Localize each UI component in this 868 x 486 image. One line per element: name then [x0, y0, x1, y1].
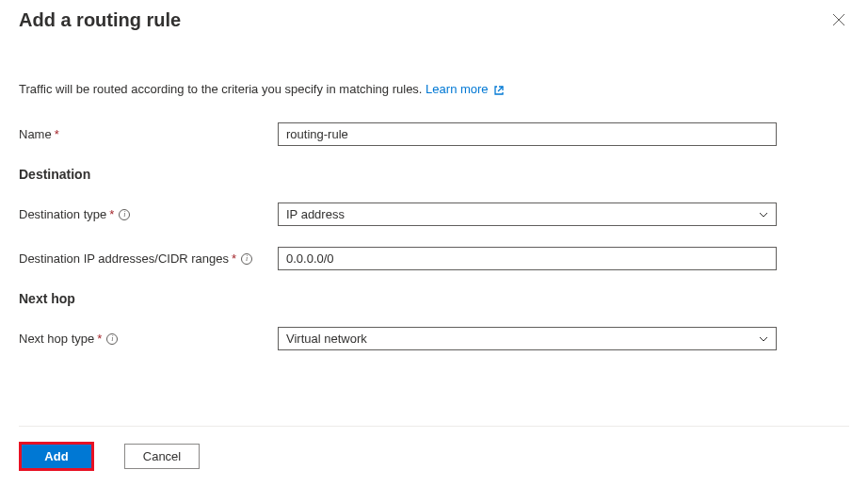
required-indicator: * — [109, 207, 114, 221]
description-body: Traffic will be routed according to the … — [19, 82, 422, 96]
next-hop-type-control — [278, 327, 777, 350]
info-icon[interactable]: i — [106, 333, 118, 345]
destination-type-row: Destination type * i — [19, 202, 849, 226]
next-hop-type-select[interactable] — [278, 327, 777, 350]
required-indicator: * — [97, 332, 102, 346]
cancel-button[interactable]: Cancel — [124, 444, 200, 469]
destination-type-select-wrapper — [278, 202, 777, 226]
close-icon — [832, 14, 845, 29]
next-hop-type-label-text: Next hop type — [19, 332, 94, 346]
add-button[interactable]: Add — [19, 442, 94, 471]
external-link-icon — [491, 82, 505, 96]
required-indicator: * — [232, 251, 236, 266]
panel-footer: Add Cancel — [19, 426, 849, 486]
name-label: Name * — [19, 127, 278, 141]
next-hop-type-row: Next hop type * i — [19, 327, 849, 350]
destination-cidr-input[interactable] — [278, 247, 777, 270]
description-text: Traffic will be routed according to the … — [19, 82, 849, 96]
form-content: Traffic will be routed according to the … — [19, 82, 849, 426]
next-hop-type-label: Next hop type * i — [19, 332, 278, 346]
destination-cidr-row: Destination IP addresses/CIDR ranges * i — [19, 247, 849, 270]
destination-section-header: Destination — [19, 167, 849, 182]
destination-type-control — [278, 202, 777, 226]
destination-cidr-control — [278, 247, 777, 270]
name-control — [278, 122, 777, 146]
destination-type-label: Destination type * i — [19, 207, 278, 221]
panel-title: Add a routing rule — [19, 9, 181, 31]
destination-type-select[interactable] — [278, 202, 777, 226]
name-row: Name * — [19, 122, 849, 146]
routing-rule-panel: Add a routing rule Traffic will be route… — [0, 0, 868, 486]
svg-line-2 — [498, 87, 503, 91]
learn-more-label: Learn more — [426, 82, 488, 96]
required-indicator: * — [55, 127, 59, 141]
name-label-text: Name — [19, 127, 52, 141]
learn-more-link[interactable]: Learn more — [426, 82, 505, 96]
panel-header: Add a routing rule — [19, 9, 849, 33]
name-input[interactable] — [278, 122, 777, 146]
next-hop-section-header: Next hop — [19, 291, 849, 306]
destination-cidr-label: Destination IP addresses/CIDR ranges * i — [19, 251, 278, 266]
destination-cidr-label-text: Destination IP addresses/CIDR ranges — [19, 251, 229, 266]
next-hop-type-select-wrapper — [278, 327, 777, 350]
close-button[interactable] — [828, 9, 849, 33]
destination-type-label-text: Destination type — [19, 207, 106, 221]
info-icon[interactable]: i — [119, 209, 130, 220]
info-icon[interactable]: i — [241, 253, 252, 265]
